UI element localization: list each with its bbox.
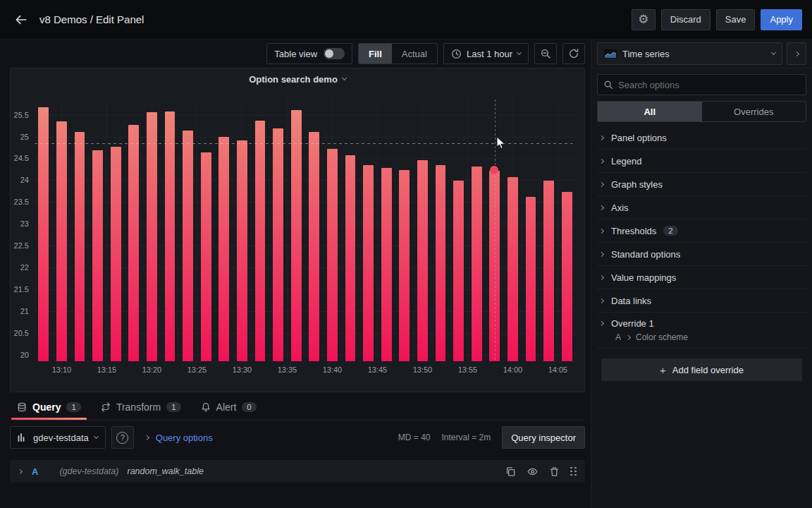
option-panel-options[interactable]: Panel options bbox=[597, 126, 806, 150]
query-row-datasource: (gdev-testdata) bbox=[59, 466, 118, 476]
option-label: Thresholds bbox=[611, 226, 656, 236]
drag-handle-icon[interactable] bbox=[570, 467, 577, 476]
chart-bar bbox=[363, 165, 374, 361]
discard-button[interactable]: Discard bbox=[661, 9, 710, 30]
x-gridline bbox=[106, 99, 107, 361]
y-tick-label: 21.5 bbox=[14, 285, 29, 294]
chart-bar bbox=[38, 107, 49, 361]
option-label: Value mappings bbox=[611, 272, 676, 283]
panel-title: Option search demo bbox=[249, 74, 338, 85]
option-label: Standard options bbox=[611, 249, 680, 260]
query-row-expander[interactable] bbox=[18, 468, 23, 473]
chart-bar bbox=[436, 165, 446, 361]
x-tick-label: 13:55 bbox=[458, 365, 478, 374]
options-search-input[interactable] bbox=[618, 80, 800, 90]
time-range-picker[interactable]: Last 1 hour bbox=[443, 43, 529, 64]
option-axis[interactable]: Axis bbox=[597, 196, 806, 219]
option-legend[interactable]: Legend bbox=[597, 150, 806, 173]
query-row[interactable]: A (gdev-testdata) random_walk_table bbox=[10, 460, 585, 483]
visualization-select[interactable]: Time series bbox=[597, 42, 782, 65]
chevron-down-icon bbox=[94, 434, 99, 439]
override-ref: A bbox=[615, 332, 621, 342]
y-tick-label: 22.5 bbox=[14, 241, 29, 250]
duplicate-query-icon[interactable] bbox=[505, 466, 516, 477]
y-tick-label: 23.5 bbox=[14, 198, 29, 206]
chart-bar bbox=[165, 111, 176, 361]
tab-transform[interactable]: Transform 1 bbox=[94, 394, 188, 420]
apply-button[interactable]: Apply bbox=[761, 9, 802, 30]
chart-bar bbox=[508, 177, 518, 361]
sidebar-header: Time series bbox=[591, 40, 812, 68]
main-column: Table view Fill Actual Last 1 hour bbox=[0, 40, 591, 508]
option-graph-styles[interactable]: Graph styles bbox=[597, 173, 806, 196]
bell-icon bbox=[201, 402, 211, 412]
panel-title-menu[interactable]: Option search demo bbox=[11, 68, 584, 90]
tab-alert[interactable]: Alert 0 bbox=[194, 394, 264, 420]
add-field-override-button[interactable]: + Add field override bbox=[601, 358, 802, 381]
y-tick-label: 23 bbox=[20, 219, 29, 228]
chevron-right-icon bbox=[599, 135, 604, 140]
viz-toolbar: Table view Fill Actual Last 1 hour bbox=[0, 40, 591, 68]
option-standard-options[interactable]: Standard options bbox=[597, 243, 806, 266]
zoom-out-button[interactable] bbox=[534, 43, 557, 64]
chart-bar bbox=[562, 192, 572, 361]
tab-overrides[interactable]: Overrides bbox=[702, 102, 806, 121]
x-tick-label: 13:50 bbox=[413, 365, 433, 374]
x-tick-label: 13:40 bbox=[323, 365, 343, 374]
delete-query-icon[interactable] bbox=[549, 466, 560, 477]
y-tick-label: 20.5 bbox=[14, 329, 29, 337]
datasource-picker[interactable]: gdev-testdata bbox=[10, 426, 106, 449]
save-button[interactable]: Save bbox=[716, 9, 756, 30]
zoom-out-icon bbox=[540, 48, 551, 59]
chart-bar bbox=[56, 121, 67, 361]
chart-bar bbox=[273, 128, 283, 361]
table-view-toggle[interactable]: Table view bbox=[266, 43, 352, 64]
chevron-right-icon bbox=[599, 298, 604, 303]
y-tick-label: 25 bbox=[20, 133, 29, 141]
panel-settings-button[interactable]: ⚙ bbox=[632, 9, 656, 30]
query-options-expander[interactable]: Query options bbox=[145, 433, 213, 443]
option-value-mappings[interactable]: Value mappings bbox=[597, 266, 806, 289]
option-thresholds[interactable]: Thresholds 2 bbox=[597, 219, 806, 243]
database-icon bbox=[17, 402, 27, 412]
datasource-icon bbox=[18, 433, 27, 442]
fill-option[interactable]: Fill bbox=[359, 44, 392, 64]
chart-plot[interactable] bbox=[35, 99, 576, 361]
chart-bar bbox=[327, 149, 338, 361]
query-toolbar: gdev-testdata ? Query options MD = 40 In… bbox=[10, 426, 585, 449]
query-inspector-button[interactable]: Query inspector bbox=[502, 426, 585, 449]
table-view-switch[interactable] bbox=[324, 48, 345, 59]
option-override-1[interactable]: Override 1 A Color scheme bbox=[597, 313, 806, 349]
max-datapoints-value: MD = 40 bbox=[398, 433, 431, 442]
mouse-cursor bbox=[496, 136, 506, 150]
query-section-tabs: Query 1 Transform 1 Alert 0 bbox=[10, 392, 585, 421]
refresh-button[interactable] bbox=[562, 43, 585, 64]
chart-bar bbox=[255, 121, 266, 361]
x-tick-label: 13:30 bbox=[233, 365, 252, 374]
interval-value: Interval = 2m bbox=[442, 433, 491, 442]
options-search[interactable] bbox=[597, 74, 806, 95]
x-axis: 13:1013:1513:2013:2513:3013:3513:4013:45… bbox=[35, 365, 576, 377]
page-title: v8 Demos / Edit Panel bbox=[39, 13, 144, 25]
collapse-pane-button[interactable] bbox=[787, 42, 806, 65]
x-gridline bbox=[377, 99, 378, 361]
chevron-right-icon bbox=[626, 334, 631, 339]
option-label: Panel options bbox=[611, 133, 667, 143]
options-sidebar: Time series All Overrides Panel options bbox=[591, 40, 812, 508]
options-filter-tabs: All Overrides bbox=[597, 101, 806, 122]
tab-all[interactable]: All bbox=[598, 102, 702, 121]
y-tick-label: 24.5 bbox=[14, 154, 29, 162]
hide-query-icon[interactable] bbox=[527, 466, 539, 477]
tab-transform-count: 1 bbox=[166, 402, 180, 412]
back-button[interactable] bbox=[10, 8, 32, 31]
header-bar: v8 Demos / Edit Panel ⚙ Discard Save App… bbox=[0, 0, 812, 40]
option-data-links[interactable]: Data links bbox=[597, 289, 806, 313]
datasource-help-button[interactable]: ? bbox=[111, 426, 134, 449]
chevron-right-icon bbox=[599, 228, 604, 233]
tab-query[interactable]: Query 1 bbox=[10, 394, 88, 420]
chevron-right-icon bbox=[599, 158, 604, 163]
actual-option[interactable]: Actual bbox=[392, 44, 437, 64]
option-label: Axis bbox=[611, 202, 629, 213]
chart-bar bbox=[92, 150, 103, 361]
gear-icon: ⚙ bbox=[638, 12, 648, 27]
